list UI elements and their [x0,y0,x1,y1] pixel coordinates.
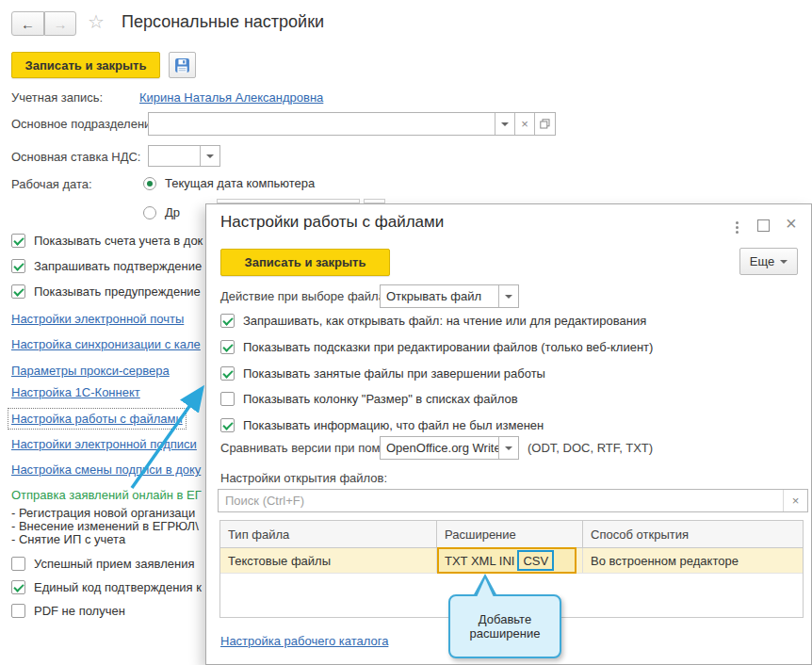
checkbox-label: Показывать колонку "Размер" в списках фа… [243,392,518,406]
workdate-label: Рабочая дата: [11,177,92,191]
radio-label: Др [165,205,180,219]
checkbox-icon[interactable] [220,366,235,381]
dialog-close-button[interactable]: × [786,213,797,235]
dialog-title: Настройки работы с файлами [220,213,444,232]
file-settings-dialog: Настройки работы с файлами × Записать и … [205,203,812,665]
table-header: Тип файла Расширение Способ открытия [220,521,803,548]
compare-hint: (ODT, DOC, RTF, TXT) [528,441,653,455]
clear-icon: × [521,118,528,130]
search-box: × [218,489,808,512]
checkbox-icon[interactable] [220,340,235,354]
status-checkbox-pdf[interactable]: PDF не получен [11,604,125,618]
checkbox-icon[interactable] [220,418,235,432]
callout-tooltip: Добавьте расширение [448,594,561,658]
dialog-checkbox-size-column[interactable]: Показывать колонку "Размер" в списках фа… [220,392,518,406]
more-button-label: Еще [750,254,774,268]
compare-combo[interactable]: OpenOffice.org Writer [380,436,519,460]
checkbox-icon[interactable] [220,392,235,406]
radio-icon[interactable] [143,177,156,190]
subdivision-combo[interactable]: × [148,112,556,136]
main-checkbox-warning[interactable]: Показывать предупреждение [11,284,201,299]
action-combo[interactable]: Открывать файл [380,284,519,308]
favorite-star-icon[interactable]: ☆ [88,10,105,33]
list-item: - Внесение изменений в ЕГРЮЛ\ [11,519,199,533]
subdivision-dropdown-button[interactable] [495,113,514,135]
column-header-method[interactable]: Способ открытия [583,521,803,547]
close-icon: × [786,213,797,235]
cell-file-type[interactable]: Текстовые файлы [220,548,437,573]
checkbox-icon[interactable] [11,284,25,299]
table-row[interactable]: Текстовые файлы TXT XML INI CSV Во встро… [220,548,803,574]
dialog-checkbox-busy-files[interactable]: Показывать занятые файлы при завершении … [220,366,545,381]
dialog-checkbox-hints[interactable]: Показывать подсказки при редактировании … [220,340,653,354]
checkbox-icon[interactable] [11,259,25,273]
annotation-arrow [122,377,217,499]
link-email-settings[interactable]: Настройки электронной почты [11,312,184,326]
vat-label: Основная ставка НДС: [11,150,140,164]
column-header-extension[interactable]: Расширение [437,521,583,547]
cell-open-method[interactable]: Во встроенном редакторе [583,548,803,573]
dialog-checkbox-not-modified[interactable]: Показывать информацию, что файл не был и… [220,418,544,432]
action-dropdown-button[interactable] [498,285,518,307]
radio-icon[interactable] [143,206,156,219]
checkbox-label: Показывать подсказки при редактировании … [243,340,653,354]
subdivision-label: Основное подразделение: [11,117,161,131]
checkbox-label: Запрашивать, как открывать файл: на чтен… [243,314,646,328]
workdate-radio-other[interactable]: Др [143,205,180,219]
checkbox-icon[interactable] [11,604,25,618]
page-title: Персональные настройки [122,12,324,32]
dialog-maximize-button[interactable] [757,219,770,232]
status-checkbox-accepted[interactable]: Успешный прием заявления [11,557,194,571]
chevron-down-icon [206,154,214,158]
main-checkbox-confirm[interactable]: Запрашивать подтверждение [11,259,202,273]
extension-edit-cell[interactable]: TXT XML INI CSV [437,547,577,574]
dialog-save-close-button[interactable]: Записать и закрыть [220,249,390,276]
checkbox-label: Показывать счета учета в док [34,234,203,248]
dialog-menu-button[interactable] [730,218,743,236]
link-1c-connect[interactable]: Настройка 1С-Коннект [11,385,140,399]
maximize-icon [757,219,770,232]
nav-back-button[interactable]: ← [11,11,44,36]
compare-value[interactable]: OpenOffice.org Writer [381,437,498,459]
vat-dropdown-button[interactable] [200,146,219,166]
vat-value[interactable] [149,146,200,166]
checkbox-label: Показывать информацию, что файл не был и… [243,418,544,432]
arrow-left-icon: ← [21,16,35,32]
subdivision-value[interactable] [149,113,495,135]
account-link[interactable]: Кирина Наталья Александровна [139,90,323,105]
checkbox-label: Показывать предупреждение [34,284,201,299]
checkbox-icon[interactable] [11,580,25,594]
main-checkbox-accounts[interactable]: Показывать счета учета в док [11,234,203,248]
link-proxy-settings[interactable]: Параметры прокси-сервера [11,364,170,378]
checkbox-icon[interactable] [220,314,235,328]
callout-text-line1: Добавьте [479,612,531,626]
working-directory-link[interactable]: Настройка рабочего каталога [220,634,388,648]
more-button[interactable]: Еще [739,248,798,275]
vat-combo[interactable] [148,145,220,167]
save-close-button[interactable]: Записать и закрыть [11,52,160,78]
list-item: - Регистрация новой организаци [11,506,195,520]
files-section-label: Настройки открытия файлов: [220,471,387,485]
checkbox-icon[interactable] [11,234,25,248]
checkbox-label: Запрашивать подтверждение [34,259,202,273]
status-checkbox-code[interactable]: Единый код подтверждения к [11,580,202,594]
checkbox-label: PDF не получен [34,604,125,618]
subdivision-open-button[interactable] [534,113,555,135]
chevron-down-icon [501,122,509,126]
cell-extension[interactable]: TXT XML INI CSV [437,548,583,573]
column-header-type[interactable]: Тип файла [220,521,437,547]
action-label: Действие при выборе файла: [220,289,389,303]
link-calendar-sync[interactable]: Настройка синхронизации с кале [11,337,201,351]
checkbox-icon[interactable] [11,557,25,571]
save-button[interactable] [169,52,196,78]
search-clear-button[interactable]: × [783,490,807,511]
compare-dropdown-button[interactable] [498,437,518,459]
action-value[interactable]: Открывать файл [381,285,498,307]
nav-forward-button[interactable]: → [44,11,76,36]
dialog-checkbox-ask-open[interactable]: Запрашивать, как открывать файл: на чтен… [220,314,646,328]
list-item: - Снятие ИП с учета [11,532,125,546]
search-input[interactable] [219,490,783,511]
subdivision-clear-button[interactable]: × [514,113,534,135]
app-screen: ← → ☆ Персональные настройки Записать и … [0,0,812,665]
workdate-radio-current[interactable]: Текущая дата компьютера [143,176,315,190]
